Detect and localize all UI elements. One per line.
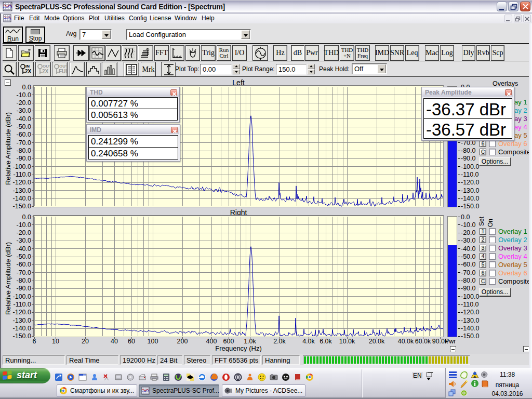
svg-text:Pwr: Pwr — [445, 338, 456, 345]
svg-text:-140.0: -140.0 — [13, 195, 31, 202]
svg-text:-90.0: -90.0 — [461, 155, 476, 162]
svg-text:200: 200 — [177, 338, 188, 345]
svg-text:0.0: 0.0 — [461, 214, 470, 221]
svg-text:-120.0: -120.0 — [461, 309, 479, 316]
svg-text:-150.0: -150.0 — [461, 332, 479, 340]
svg-text:400: 400 — [206, 338, 217, 345]
svg-text:-110.0: -110.0 — [13, 171, 31, 178]
svg-text:2.0k: 2.0k — [273, 338, 286, 345]
svg-text:2X: 2X — [42, 69, 49, 74]
svg-text:-10.0: -10.0 — [17, 221, 32, 229]
svg-text:-30.0: -30.0 — [17, 107, 32, 114]
svg-text:-90.0: -90.0 — [461, 285, 476, 292]
svg-text:-130.0: -130.0 — [461, 187, 479, 194]
svg-text:-140.0: -140.0 — [461, 325, 479, 332]
svg-text:Relative Amplitude (dBr): Relative Amplitude (dBr) — [4, 112, 12, 185]
svg-text:20: 20 — [82, 338, 89, 345]
svg-text:-140.0: -140.0 — [461, 195, 479, 202]
svg-text:-150.0: -150.0 — [13, 332, 31, 340]
svg-text:-70.0: -70.0 — [17, 139, 32, 147]
svg-text:-60.0: -60.0 — [17, 261, 32, 268]
svg-text:1.0k: 1.0k — [244, 338, 256, 345]
svg-text:-60.0: -60.0 — [461, 261, 476, 268]
svg-text:-50.0: -50.0 — [17, 253, 32, 260]
svg-text:OUT: OUT — [59, 64, 67, 69]
svg-text:40: 40 — [111, 338, 118, 345]
svg-text:-40.0: -40.0 — [17, 245, 32, 252]
svg-text:-120.0: -120.0 — [13, 179, 31, 186]
svg-text:FUL: FUL — [59, 69, 67, 74]
svg-text:-30.0: -30.0 — [461, 237, 476, 244]
svg-text:600: 600 — [223, 338, 234, 345]
svg-text:-100.0: -100.0 — [13, 163, 31, 170]
svg-text:-120.0: -120.0 — [461, 179, 479, 186]
svg-text:-20.0: -20.0 — [461, 229, 476, 236]
svg-text:-40.0: -40.0 — [17, 115, 32, 123]
svg-text:2X: 2X — [25, 69, 32, 74]
svg-text:-130.0: -130.0 — [13, 317, 31, 324]
svg-text:-30.0: -30.0 — [17, 237, 32, 244]
svg-text:-20.0: -20.0 — [17, 99, 32, 107]
svg-text:-20.0: -20.0 — [17, 229, 32, 236]
svg-text:-120.0: -120.0 — [13, 309, 31, 316]
svg-text:OUT: OUT — [43, 64, 50, 69]
svg-text:-100.0: -100.0 — [461, 293, 479, 300]
svg-text:-110.0: -110.0 — [461, 171, 479, 178]
svg-text:-80.0: -80.0 — [17, 277, 32, 284]
svg-text:-110.0: -110.0 — [13, 301, 31, 308]
svg-text:-40.0: -40.0 — [461, 245, 476, 252]
svg-text:-80.0: -80.0 — [461, 277, 476, 284]
svg-text:-80.0: -80.0 — [461, 147, 476, 154]
svg-text:-50.0: -50.0 — [461, 253, 476, 260]
svg-text:-70.0: -70.0 — [17, 269, 32, 276]
svg-text:Overlays: Overlays — [493, 80, 518, 87]
svg-text:0.0: 0.0 — [22, 214, 31, 221]
svg-text:-10.0: -10.0 — [461, 221, 476, 229]
svg-text:-150.0: -150.0 — [461, 203, 479, 210]
svg-text:-130.0: -130.0 — [13, 187, 31, 194]
svg-text:6.0k: 6.0k — [320, 338, 332, 345]
svg-text:-70.0: -70.0 — [461, 269, 476, 276]
svg-text:60: 60 — [128, 338, 135, 345]
svg-text:-140.0: -140.0 — [13, 325, 31, 332]
svg-text:10: 10 — [52, 338, 59, 345]
svg-text:6: 6 — [33, 338, 36, 345]
svg-text:-50.0: -50.0 — [17, 123, 32, 130]
svg-text:-150.0: -150.0 — [13, 203, 31, 210]
svg-text:-90.0: -90.0 — [17, 155, 32, 162]
svg-text:40.0k: 40.0k — [398, 338, 414, 345]
svg-text:-130.0: -130.0 — [461, 317, 479, 324]
svg-text:20.0k: 20.0k — [369, 338, 385, 345]
svg-text:IN: IN — [25, 64, 30, 69]
svg-text:-90.0: -90.0 — [17, 285, 32, 292]
svg-text:-10.0: -10.0 — [17, 91, 32, 99]
svg-text:-100.0: -100.0 — [461, 163, 479, 170]
svg-text:60.0k: 60.0k — [415, 338, 431, 345]
svg-text:0.0: 0.0 — [22, 84, 31, 91]
svg-text:On: On — [487, 219, 494, 227]
svg-text:Frequency (Hz): Frequency (Hz) — [215, 344, 262, 352]
svg-text:-110.0: -110.0 — [461, 301, 479, 308]
svg-text:4.0k: 4.0k — [302, 338, 315, 345]
svg-text:Set: Set — [478, 216, 485, 226]
svg-text:Relative Amplitude (dBr): Relative Amplitude (dBr) — [4, 242, 12, 315]
svg-text:100: 100 — [148, 338, 158, 345]
svg-text:-80.0: -80.0 — [17, 147, 32, 154]
svg-text:-100.0: -100.0 — [13, 293, 31, 300]
svg-text:-60.0: -60.0 — [17, 131, 32, 138]
svg-text:10.0k: 10.0k — [339, 338, 355, 345]
